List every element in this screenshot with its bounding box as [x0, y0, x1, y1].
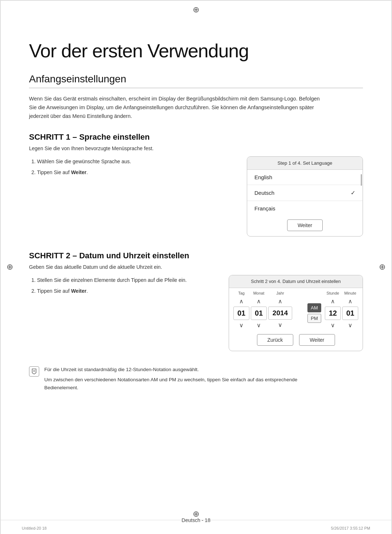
language-label-english: English: [254, 174, 272, 180]
note-block: Für die Uhrzeit ist standardmäßig die 12…: [29, 366, 327, 392]
section-title: Anfangseinstellungen: [29, 73, 363, 88]
stunde-up-arrow[interactable]: ∧: [328, 297, 338, 306]
datetime-back-button[interactable]: Zurück: [257, 334, 294, 346]
minute-value: 01: [342, 307, 358, 320]
step2-instruction-2: Tippen Sie auf Weiter.: [37, 286, 214, 296]
note-icon: [29, 366, 39, 377]
jahr-control: ∧ 2014 ∨: [268, 297, 292, 329]
monat-label: Monat: [253, 291, 265, 295]
step2-instructions: Stellen Sie die einzelnen Elemente durch…: [29, 275, 214, 351]
tag-up-arrow[interactable]: ∧: [236, 297, 246, 306]
border-top: [0, 0, 392, 1]
note-line1: Für die Uhrzeit ist standardmäßig die 12…: [44, 366, 327, 374]
language-label-francais: Français: [254, 205, 275, 211]
language-weiter-button[interactable]: Weiter: [287, 219, 323, 231]
print-footer: Untitled-20 18 5/26/2017 3:55:12 PM: [22, 526, 370, 530]
print-right: 5/26/2017 3:55:12 PM: [331, 526, 370, 530]
am-button[interactable]: AM: [307, 303, 321, 312]
jahr-label: Jahr: [276, 291, 284, 295]
language-screen-header: Step 1 of 4. Set Language: [247, 157, 363, 170]
monat-col: Monat: [251, 291, 267, 297]
stunde-value: 12: [325, 307, 341, 320]
language-btn-row: Weiter: [247, 219, 363, 231]
monat-control: ∧ 01 ∨: [251, 297, 267, 330]
stunde-control: ∧ 12 ∨: [325, 297, 341, 330]
step1-desc: Legen Sie die von Ihnen bevorzugte Menüs…: [29, 145, 363, 151]
minute-up-arrow[interactable]: ∧: [345, 297, 355, 306]
language-screen: Step 1 of 4. Set Language English Deutsc…: [247, 156, 363, 237]
step2-title: SCHRITT 2 – Datum und Uhrzeit einstellen: [29, 251, 363, 260]
ampm-control: AM PM: [305, 303, 323, 323]
step1-block: Wählen Sie die gewünschte Sprache aus. T…: [29, 156, 363, 237]
tag-value: 01: [233, 307, 249, 320]
step1-instructions: Wählen Sie die gewünschte Sprache aus. T…: [29, 156, 232, 237]
monat-down-arrow[interactable]: ∨: [254, 321, 264, 330]
datetime-btn-row: Zurück Weiter: [229, 334, 363, 346]
language-item-english[interactable]: English: [247, 170, 363, 185]
note-content: Für die Uhrzeit ist standardmäßig die 12…: [44, 366, 327, 392]
monat-value: 01: [251, 307, 267, 320]
jahr-down-arrow[interactable]: ∨: [275, 320, 285, 329]
pm-button[interactable]: PM: [307, 314, 321, 323]
compass-left: ⊕: [7, 262, 13, 272]
compass-top: ⊕: [193, 5, 199, 15]
datetime-screen: Schritt 2 von 4. Datum und Uhrzeit einst…: [229, 275, 363, 351]
datetime-screen-header: Schritt 2 von 4. Datum und Uhrzeit einst…: [229, 275, 363, 288]
scrollbar: [361, 174, 362, 186]
step1-title: SCHRITT 1 – Sprache einstellen: [29, 132, 363, 142]
language-item-francais[interactable]: Français: [247, 201, 363, 216]
page-title: Vor der ersten Verwendung: [29, 40, 363, 62]
jahr-up-arrow[interactable]: ∧: [275, 297, 285, 306]
minute-label: Minute: [344, 291, 356, 295]
tag-label: Tag: [238, 291, 245, 295]
jahr-value: 2014: [268, 307, 292, 320]
stunde-label: Stunde: [327, 291, 339, 295]
tag-col: Tag: [233, 291, 249, 297]
language-item-deutsch[interactable]: Deutsch ✓: [247, 185, 363, 201]
step1-instruction-1: Wählen Sie die gewünschte Sprache aus.: [37, 156, 232, 167]
print-left: Untitled-20 18: [22, 526, 47, 530]
datetime-weiter-button[interactable]: Weiter: [299, 334, 335, 346]
step1-instruction-2: Tippen Sie auf Weiter.: [37, 167, 232, 177]
minute-down-arrow[interactable]: ∨: [345, 321, 355, 330]
page-footer: Deutsch - 18: [0, 517, 392, 523]
stunde-down-arrow[interactable]: ∨: [328, 321, 338, 330]
jahr-col: Jahr: [268, 291, 292, 297]
compass-right: ⊕: [379, 262, 385, 272]
language-list: English Deutsch ✓ Français: [247, 170, 363, 216]
minute-col: Minute: [342, 291, 358, 297]
step2-block: Stellen Sie die einzelnen Elemente durch…: [29, 275, 363, 351]
step2-list: Stellen Sie die einzelnen Elemente durch…: [29, 275, 214, 296]
minute-control: ∧ 01 ∨: [342, 297, 358, 330]
step2-instruction-1: Stellen Sie die einzelnen Elemente durch…: [37, 275, 214, 285]
step2-desc: Geben Sie das aktuelle Datum und die akt…: [29, 264, 363, 270]
tag-control: ∧ 01 ∨: [233, 297, 249, 330]
monat-up-arrow[interactable]: ∧: [254, 297, 264, 306]
footer-text: Deutsch - 18: [181, 517, 210, 523]
border-left: [0, 0, 1, 534]
deutsch-checkmark: ✓: [351, 189, 355, 196]
stunde-col: Stunde: [325, 291, 341, 297]
language-label-deutsch: Deutsch: [254, 190, 274, 196]
tag-down-arrow[interactable]: ∨: [236, 321, 246, 330]
step1-list: Wählen Sie die gewünschte Sprache aus. T…: [29, 156, 232, 177]
note-line2: Um zwischen den verschiedenen Notationsa…: [44, 376, 327, 392]
intro-text: Wenn Sie das Gerät erstmals einschalten,…: [29, 95, 327, 121]
